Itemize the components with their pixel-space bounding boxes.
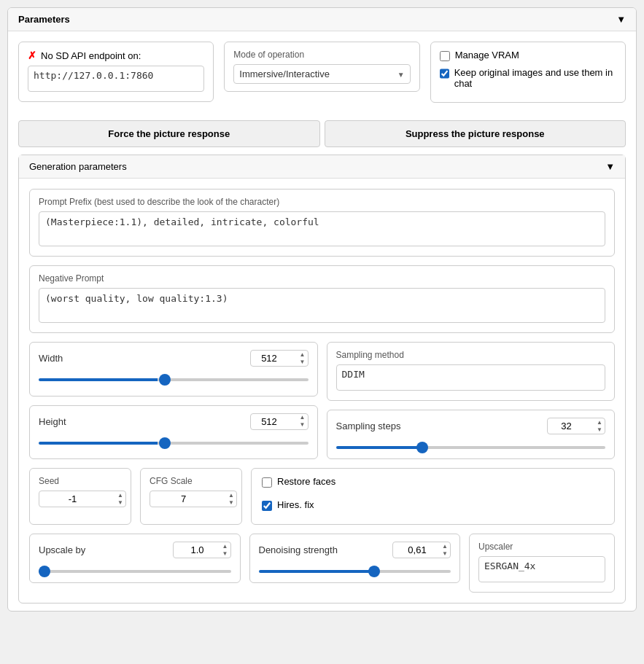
restore-faces-checkbox[interactable] <box>262 477 272 488</box>
width-header: Width ▲ ▼ <box>39 350 309 367</box>
parameters-content: ✗ No SD API endpoint on: Mode of operati… <box>8 31 636 113</box>
generation-params-content: Prompt Prefix (best used to describe the… <box>19 179 625 603</box>
height-down-arrow[interactable]: ▼ <box>298 421 307 429</box>
width-label: Width <box>39 353 63 364</box>
parameters-header: Parameters ▼ <box>8 8 636 31</box>
seed-spinner: ▲ ▼ <box>39 491 126 507</box>
keep-images-checkbox[interactable] <box>440 69 449 79</box>
manage-vram-checkbox[interactable] <box>440 51 450 61</box>
width-down-arrow[interactable]: ▼ <box>298 359 307 366</box>
api-endpoint-box: ✗ No SD API endpoint on: <box>18 42 214 102</box>
manage-vram-label: Manage VRAM <box>455 50 519 60</box>
denoising-label: Denoising strength <box>259 544 338 555</box>
manage-vram-row: Manage VRAM <box>440 50 616 61</box>
parameters-title: Parameters <box>18 14 70 25</box>
upscaler-label: Upscaler <box>478 542 605 552</box>
denoising-up-arrow[interactable]: ▲ <box>441 543 449 550</box>
mode-select[interactable]: Immersive/Interactive <box>233 64 410 84</box>
cfg-up-arrow[interactable]: ▲ <box>227 492 236 499</box>
sampling-steps-slider[interactable] <box>336 446 606 449</box>
main-container: Parameters ▼ ✗ No SD API endpoint on: Mo… <box>7 7 637 612</box>
cfg-scale-box: CFG Scale ▲ ▼ <box>140 468 242 525</box>
sampling-steps-label: Sampling steps <box>336 421 401 431</box>
upscaler-textarea[interactable] <box>478 556 605 582</box>
keep-images-row: Keep original images and use them in cha… <box>440 67 616 89</box>
negative-prompt-group: Negative Prompt <box>29 265 615 333</box>
action-buttons-row: Force the picture response Suppress the … <box>18 120 626 147</box>
cfg-spinner: ▲ ▼ <box>150 491 237 507</box>
keep-images-label: Keep original images and use them in cha… <box>454 67 616 89</box>
denoising-down-arrow[interactable]: ▼ <box>441 550 449 558</box>
mode-label: Mode of operation <box>233 50 410 60</box>
hires-fix-row: Hires. fix <box>262 499 604 511</box>
width-box: Width ▲ ▼ <box>29 342 318 397</box>
upscale-by-label: Upscale by <box>39 544 85 555</box>
seed-up-arrow[interactable]: ▲ <box>116 492 125 499</box>
height-spinner: ▲ ▼ <box>250 413 309 430</box>
hires-fix-label: Hires. fix <box>277 499 314 510</box>
seed-down-arrow[interactable]: ▼ <box>116 499 125 507</box>
height-header: Height ▲ ▼ <box>39 413 309 430</box>
sliders-row: Width ▲ ▼ <box>29 342 615 459</box>
upscale-by-spinner: ▲ ▼ <box>173 542 231 558</box>
error-icon: ✗ <box>28 50 36 61</box>
hires-fix-checkbox[interactable] <box>262 501 272 511</box>
cfg-input[interactable] <box>150 491 237 507</box>
top-params-row: ✗ No SD API endpoint on: Mode of operati… <box>18 42 626 103</box>
upscale-by-slider[interactable] <box>39 570 231 573</box>
width-slider[interactable] <box>39 378 309 381</box>
height-label: Height <box>39 416 66 427</box>
height-slider[interactable] <box>39 442 309 445</box>
cfg-scale-label: CFG Scale <box>150 476 233 486</box>
parameters-chevron: ▼ <box>616 14 626 25</box>
sampling-steps-box: Sampling steps ▲ ▼ <box>327 410 616 459</box>
upscale-by-header: Upscale by ▲ ▼ <box>39 542 231 558</box>
sampling-steps-spinner: ▲ ▼ <box>547 418 605 434</box>
upscale-down-arrow[interactable]: ▼ <box>221 550 230 558</box>
prompt-prefix-label: Prompt Prefix (best used to describe the… <box>39 197 605 207</box>
denoising-box: Denoising strength ▲ ▼ <box>249 534 461 583</box>
restore-faces-row: Restore faces <box>262 476 604 488</box>
height-up-arrow[interactable]: ▲ <box>298 414 307 421</box>
bottom-controls-row: Seed ▲ ▼ CFG Scale ▲ <box>29 468 615 525</box>
denoising-spinner: ▲ ▼ <box>392 542 451 558</box>
api-error-text: No SD API endpoint on: <box>41 50 141 61</box>
negative-prompt-label: Negative Prompt <box>39 273 605 284</box>
sampling-steps-header: Sampling steps ▲ ▼ <box>336 418 606 434</box>
sampling-method-textarea[interactable] <box>336 364 606 391</box>
denoising-header: Denoising strength ▲ ▼ <box>259 542 451 558</box>
api-error-label: ✗ No SD API endpoint on: <box>28 50 204 61</box>
width-spinner: ▲ ▼ <box>250 350 309 367</box>
denoising-slider[interactable] <box>259 570 451 573</box>
upscaler-box: Upscaler <box>469 534 615 593</box>
height-box: Height ▲ ▼ <box>29 405 318 460</box>
mode-box: Mode of operation Immersive/Interactive <box>224 42 419 92</box>
upscale-by-box: Upscale by ▲ ▼ <box>29 534 241 583</box>
force-picture-button[interactable]: Force the picture response <box>18 120 320 147</box>
width-up-arrow[interactable]: ▲ <box>298 351 307 359</box>
api-url-input[interactable] <box>28 66 204 92</box>
prompt-prefix-textarea[interactable] <box>39 211 605 246</box>
sampling-method-box: Sampling method <box>327 342 616 401</box>
generation-params-section: Generation parameters ▼ Prompt Prefix (b… <box>18 155 626 604</box>
upscale-up-arrow[interactable]: ▲ <box>221 543 230 550</box>
seed-input[interactable] <box>39 491 126 507</box>
restore-faces-label: Restore faces <box>277 476 335 487</box>
sampling-method-label: Sampling method <box>336 350 606 360</box>
upscale-row: Upscale by ▲ ▼ Denoising <box>29 534 615 593</box>
generation-params-header: Generation parameters ▼ <box>19 155 625 179</box>
steps-up-arrow[interactable]: ▲ <box>595 419 604 426</box>
mode-select-wrapper: Immersive/Interactive <box>233 64 410 84</box>
vram-box: Manage VRAM Keep original images and use… <box>430 42 626 103</box>
prompt-prefix-group: Prompt Prefix (best used to describe the… <box>29 189 615 257</box>
suppress-picture-button[interactable]: Suppress the picture response <box>325 120 626 147</box>
checkboxes-box: Restore faces Hires. fix <box>251 468 615 525</box>
steps-down-arrow[interactable]: ▼ <box>595 426 604 434</box>
negative-prompt-textarea[interactable] <box>39 288 605 323</box>
generation-params-chevron: ▼ <box>605 161 615 172</box>
cfg-down-arrow[interactable]: ▼ <box>227 499 236 507</box>
seed-label: Seed <box>39 476 122 486</box>
generation-params-title: Generation parameters <box>29 161 127 172</box>
seed-box: Seed ▲ ▼ <box>29 468 131 525</box>
